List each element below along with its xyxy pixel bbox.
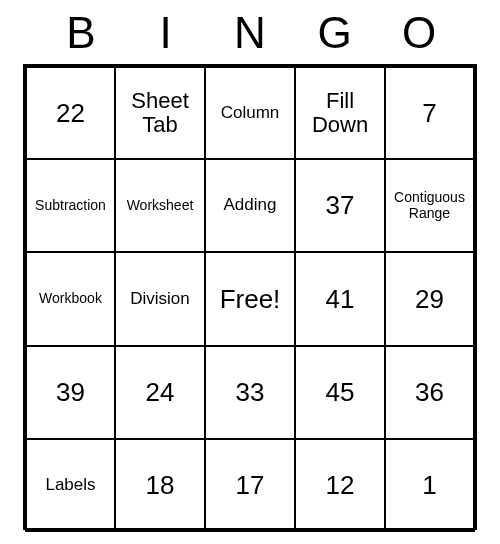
bingo-cell[interactable]: 37 <box>295 159 385 252</box>
bingo-cell[interactable]: Workbook <box>25 252 115 345</box>
bingo-cell[interactable]: Subtraction <box>25 159 115 252</box>
bingo-cell[interactable]: 12 <box>295 439 385 532</box>
header-letter-n: N <box>220 8 280 58</box>
bingo-cell[interactable]: 24 <box>115 346 205 439</box>
grid-row: Subtraction Worksheet Adding 37 Contiguo… <box>25 159 475 252</box>
bingo-cell[interactable]: 33 <box>205 346 295 439</box>
bingo-cell[interactable]: 17 <box>205 439 295 532</box>
bingo-cell[interactable]: Division <box>115 252 205 345</box>
bingo-cell-free[interactable]: Free! <box>205 252 295 345</box>
bingo-cell[interactable]: 1 <box>385 439 475 532</box>
bingo-cell[interactable]: Labels <box>25 439 115 532</box>
header-letter-o: O <box>389 8 449 58</box>
bingo-cell[interactable]: Column <box>205 66 295 159</box>
bingo-cell[interactable]: 36 <box>385 346 475 439</box>
bingo-cell[interactable]: 41 <box>295 252 385 345</box>
bingo-cell[interactable]: Worksheet <box>115 159 205 252</box>
bingo-cell[interactable]: Fill Down <box>295 66 385 159</box>
bingo-cell[interactable]: Contiguous Range <box>385 159 475 252</box>
bingo-cell[interactable]: 22 <box>25 66 115 159</box>
header-letter-b: B <box>51 8 111 58</box>
bingo-cell[interactable]: 29 <box>385 252 475 345</box>
grid-row: Workbook Division Free! 41 29 <box>25 252 475 345</box>
bingo-cell[interactable]: Adding <box>205 159 295 252</box>
bingo-cell[interactable]: Sheet Tab <box>115 66 205 159</box>
grid-row: Labels 18 17 12 1 <box>25 439 475 532</box>
header-letter-g: G <box>305 8 365 58</box>
bingo-cell[interactable]: 18 <box>115 439 205 532</box>
bingo-grid: 22 Sheet Tab Column Fill Down 7 Subtract… <box>23 64 477 530</box>
bingo-cell[interactable]: 39 <box>25 346 115 439</box>
bingo-cell[interactable]: 7 <box>385 66 475 159</box>
grid-row: 39 24 33 45 36 <box>25 346 475 439</box>
header-letter-i: I <box>136 8 196 58</box>
bingo-cell[interactable]: 45 <box>295 346 385 439</box>
bingo-header: B I N G O <box>23 8 477 58</box>
grid-row: 22 Sheet Tab Column Fill Down 7 <box>25 66 475 159</box>
